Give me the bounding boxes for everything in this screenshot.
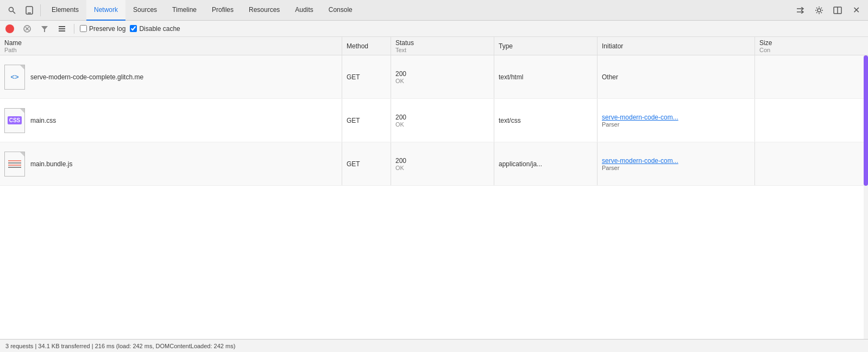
settings-icon-btn[interactable] [812,3,827,18]
row-status-cell-2: 200 OK [391,99,494,142]
execute-icon-btn[interactable] [793,3,808,18]
scrollbar-thumb[interactable] [864,55,868,186]
row-method-cell-3: GET [342,142,391,185]
row-method-cell-2: GET [342,99,391,142]
html-icon-label: <> [10,73,18,81]
col-header-method[interactable]: Method [342,37,391,55]
icon-line-1 [8,160,21,161]
row-initiator-cell-2: serve-modern-code-com... Parser [597,99,755,142]
tab-resources[interactable]: Resources [241,0,287,21]
scrollbar-track[interactable] [864,55,868,339]
icon-line-4 [8,167,21,168]
row-method-cell-1: GET [342,55,391,98]
row-initiator-cell-1: Other [597,55,755,98]
table-body: <> serve-modern-code-complete.glitch.me … [0,55,868,339]
js-icon-lines [7,159,22,169]
svg-point-0 [9,7,14,11]
col-header-status[interactable]: Status Text [391,37,494,55]
clear-button[interactable] [21,22,34,35]
dock-icon-btn[interactable] [830,3,845,18]
col-header-size[interactable]: Size Con [755,37,868,55]
disable-cache-label[interactable]: Disable cache [130,25,180,33]
svg-rect-3 [28,12,31,14]
nav-separator-1 [40,4,41,16]
tab-profiles[interactable]: Profiles [204,0,241,21]
tab-timeline[interactable]: Timeline [165,0,204,21]
icon-line-3 [8,165,21,166]
row-name-cell-2: CSS main.css [0,99,342,142]
top-nav: Elements Network Sources Timeline Profil… [0,0,868,21]
svg-line-1 [13,11,16,14]
search-icon-btn[interactable] [4,3,20,18]
filter-button[interactable] [38,22,51,35]
row-type-cell-3: application/ja... [494,142,597,185]
file-icon-html: <> [4,65,25,90]
table-row[interactable]: CSS main.css GET 200 OK text/css serve-m… [0,99,868,142]
tab-sources[interactable]: Sources [125,0,165,21]
device-mode-icon-btn[interactable] [22,3,37,18]
network-table: Name Path Method Status Text Type Initia… [0,37,868,339]
nav-tabs: Elements Network Sources Timeline Profil… [44,0,791,21]
row-size-cell-2 [755,99,868,142]
preserve-log-checkbox[interactable] [80,25,87,32]
svg-rect-13 [59,26,65,27]
icon-line-2 [8,162,21,164]
svg-marker-12 [41,26,48,32]
svg-point-6 [817,9,821,12]
css-icon-label: CSS [8,116,22,124]
col-header-type[interactable]: Type [494,37,597,55]
status-text: 3 requests | 34.1 KB transferred | 216 m… [5,343,235,349]
table-row[interactable]: <> serve-modern-code-complete.glitch.me … [0,55,868,99]
file-icon-js [4,152,25,177]
table-header: Name Path Method Status Text Type Initia… [0,37,868,55]
row-size-cell-1 [755,55,868,98]
table-row[interactable]: main.bundle.js GET 200 OK application/ja… [0,142,868,186]
nav-right-actions: ✕ [793,3,864,18]
col-header-name[interactable]: Name Path [0,37,342,55]
row-status-cell-1: 200 OK [391,55,494,98]
tab-console[interactable]: Console [321,0,360,21]
record-button[interactable] [5,24,14,33]
row-type-cell-2: text/css [494,99,597,142]
row-name-cell-1: <> serve-modern-code-complete.glitch.me [0,55,342,98]
disable-cache-checkbox[interactable] [130,25,137,32]
row-status-cell-3: 200 OK [391,142,494,185]
tab-network[interactable]: Network [86,0,125,21]
row-type-cell-1: text/html [494,55,597,98]
tab-elements[interactable]: Elements [44,0,86,21]
row-size-cell-3 [755,142,868,185]
close-icon-btn[interactable]: ✕ [848,3,864,18]
row-initiator-cell-3: serve-modern-code-com... Parser [597,142,755,185]
svg-rect-14 [59,28,65,29]
file-icon-css: CSS [4,108,25,133]
network-toolbar: Preserve log Disable cache [0,21,868,37]
row-name-cell-3: main.bundle.js [0,142,342,185]
svg-rect-15 [59,30,65,32]
status-bar: 3 requests | 34.1 KB transferred | 216 m… [0,339,868,352]
preserve-log-label[interactable]: Preserve log [80,25,125,33]
col-header-initiator[interactable]: Initiator [597,37,755,55]
tab-audits[interactable]: Audits [287,0,320,21]
list-view-button[interactable] [55,22,68,35]
toolbar-separator-1 [74,24,74,34]
